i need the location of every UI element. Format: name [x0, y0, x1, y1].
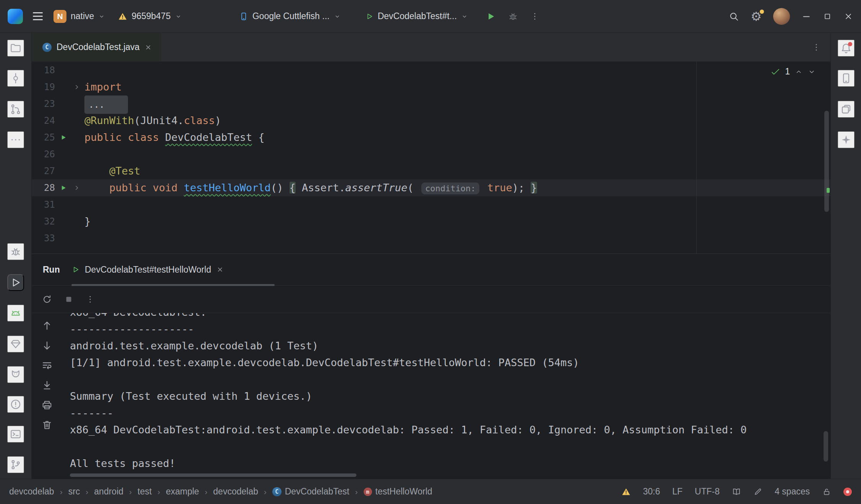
- code-line-26[interactable]: 26: [32, 146, 830, 163]
- error-notification-dot[interactable]: [843, 488, 852, 496]
- file-encoding[interactable]: UTF-8: [695, 486, 720, 497]
- sidebar-gemini-icon[interactable]: [838, 131, 855, 148]
- breadcrumb-item[interactable]: devcodelab: [213, 486, 258, 497]
- project-selector[interactable]: N native: [53, 10, 105, 23]
- breadcrumb-item[interactable]: mtestHelloWorld: [364, 486, 432, 497]
- user-avatar[interactable]: [773, 8, 790, 25]
- editor-gutter: 26: [32, 146, 84, 163]
- phone-icon: [239, 12, 248, 21]
- sidebar-layout-inspector-icon[interactable]: [838, 101, 855, 118]
- main-menu-icon[interactable]: [33, 12, 43, 20]
- close-run-tab-icon[interactable]: [216, 266, 224, 273]
- android-studio-logo-icon[interactable]: [8, 9, 23, 24]
- soft-wrap-icon[interactable]: [41, 360, 53, 371]
- code-line-25[interactable]: 25public class DevCodelabTest {: [32, 129, 830, 146]
- vcs-branch-selector[interactable]: 9659b475: [118, 11, 181, 21]
- code-line-19[interactable]: 19import ...: [32, 79, 830, 95]
- sidebar-problems-icon[interactable]: [7, 396, 24, 413]
- code-editor[interactable]: 1819import ...2324@RunWith(JUnit4.class)…: [32, 62, 830, 254]
- run-button[interactable]: [486, 11, 496, 22]
- run-test-gutter-icon[interactable]: [55, 129, 71, 146]
- code-line-18[interactable]: 18: [32, 62, 830, 79]
- clear-all-icon[interactable]: [41, 419, 53, 431]
- code-line-32[interactable]: 32}: [32, 213, 830, 230]
- sidebar-running-devices-icon[interactable]: [7, 305, 24, 321]
- run-tab[interactable]: DevCodelabTest#testHelloWorld: [71, 254, 224, 285]
- settings-gear-icon[interactable]: ⚙: [751, 10, 762, 23]
- console-line-clipped: x86_64 DevCodelabTest:: [70, 313, 819, 321]
- sidebar-debug-icon[interactable]: [7, 243, 24, 260]
- editor-scrollbar[interactable]: [824, 111, 829, 212]
- sidebar-run-icon[interactable]: [7, 274, 24, 291]
- sidebar-version-control-icon[interactable]: [7, 456, 24, 473]
- indent-setting[interactable]: 4 spaces: [775, 486, 810, 497]
- line-number: 32: [32, 213, 55, 230]
- code-line-24[interactable]: 24@RunWith(JUnit4.class): [32, 112, 830, 129]
- scroll-to-end-icon[interactable]: [41, 380, 53, 391]
- minimize-window-icon[interactable]: [801, 11, 811, 21]
- console-line: [1/1] android.test.example.devcodelab.De…: [70, 354, 819, 371]
- code-line-28[interactable]: 28 public void testHelloWorld() { Assert…: [32, 179, 830, 196]
- status-bar: devcodelab›src›android›test›example›devc…: [0, 479, 861, 504]
- tab-devcodelabtest-java[interactable]: C DevCodelabTest.java: [32, 33, 161, 61]
- inspection-highlight-icon[interactable]: [753, 487, 762, 496]
- sidebar-notifications-icon[interactable]: [838, 40, 855, 57]
- breadcrumb-item[interactable]: test: [138, 486, 152, 497]
- navigate-previous-icon[interactable]: [41, 320, 53, 331]
- maximize-window-icon[interactable]: [823, 12, 832, 21]
- close-window-icon[interactable]: [843, 11, 853, 21]
- breadcrumb-item[interactable]: example: [166, 486, 199, 497]
- tab-options-icon[interactable]: [811, 42, 821, 52]
- sidebar-pull-requests-icon[interactable]: [7, 101, 24, 118]
- line-number: 33: [32, 230, 55, 247]
- breadcrumb-item[interactable]: devcodelab: [9, 486, 54, 497]
- breadcrumb-label: testHelloWorld: [375, 486, 432, 497]
- navigate-next-icon[interactable]: [41, 340, 53, 351]
- code-text: }: [84, 213, 91, 230]
- caret-position[interactable]: 30:6: [643, 486, 660, 497]
- close-tab-icon[interactable]: [144, 44, 152, 51]
- warnings-indicator-icon[interactable]: [621, 487, 631, 496]
- next-highlight-icon[interactable]: [808, 68, 816, 76]
- reader-mode-icon[interactable]: [732, 487, 741, 496]
- device-name: Google Cuttlefish ...: [252, 11, 330, 21]
- more-actions-icon[interactable]: [530, 11, 540, 21]
- console[interactable]: x86_64 DevCodelabTest:------------------…: [32, 313, 830, 479]
- console-more-icon[interactable]: [85, 294, 95, 304]
- write-access-icon[interactable]: [822, 487, 831, 496]
- code-line-27[interactable]: 27 @Test: [32, 163, 830, 179]
- code-line-31[interactable]: 31: [32, 196, 830, 213]
- sidebar-logcat-icon[interactable]: [7, 366, 24, 383]
- code-token: [159, 131, 165, 143]
- inspections-widget[interactable]: 1: [770, 66, 816, 77]
- fold-region-icon[interactable]: [71, 179, 82, 196]
- run-test-gutter-icon[interactable]: [55, 179, 71, 196]
- device-selector[interactable]: Google Cuttlefish ...: [239, 11, 341, 21]
- sidebar-commit-icon[interactable]: [7, 70, 24, 87]
- console-vscrollbar[interactable]: [824, 431, 828, 462]
- line-number: 27: [32, 163, 55, 179]
- print-icon[interactable]: [41, 399, 53, 411]
- prev-highlight-icon[interactable]: [795, 68, 803, 76]
- breadcrumb-item[interactable]: src: [68, 486, 80, 497]
- code-line-33[interactable]: 33: [32, 230, 830, 247]
- code-line-23[interactable]: 23: [32, 95, 830, 112]
- sidebar-more-tool-windows-icon[interactable]: [7, 131, 24, 148]
- sidebar-terminal-icon[interactable]: [7, 426, 24, 443]
- run-configuration-selector[interactable]: DevCodelabTest#t...: [365, 11, 468, 21]
- stop-icon[interactable]: [64, 294, 74, 304]
- chevron-down-icon: [175, 13, 182, 20]
- console-line: All tests passed!: [70, 455, 819, 472]
- breadcrumb-item[interactable]: CDevCodelabTest: [272, 486, 350, 497]
- sidebar-device-explorer-icon[interactable]: [838, 70, 855, 87]
- sidebar-project-icon[interactable]: [7, 40, 24, 57]
- search-icon[interactable]: [728, 11, 739, 22]
- console-hscrollbar[interactable]: [70, 473, 356, 477]
- debug-button[interactable]: [508, 11, 518, 22]
- breadcrumb-item[interactable]: android: [94, 486, 123, 497]
- rerun-icon[interactable]: [42, 294, 52, 305]
- fold-region-icon[interactable]: [71, 79, 82, 95]
- line-separator[interactable]: LF: [672, 486, 683, 497]
- sidebar-profiler-icon[interactable]: [7, 336, 24, 352]
- code-token: {: [290, 182, 296, 194]
